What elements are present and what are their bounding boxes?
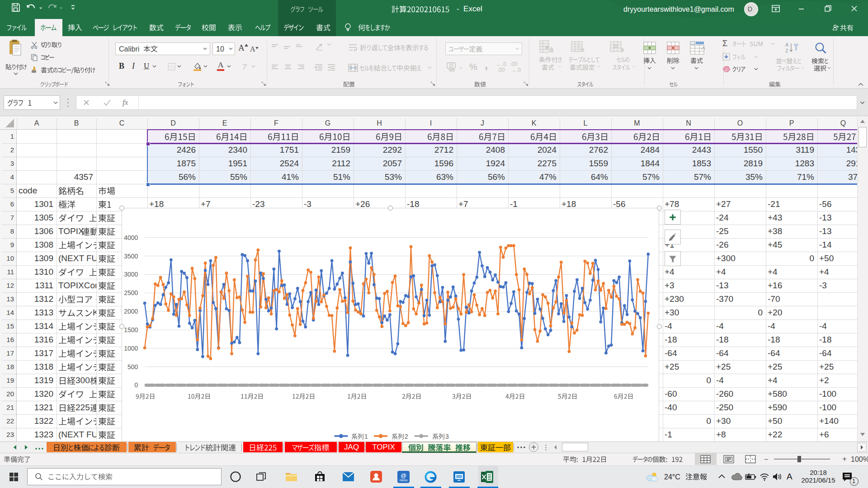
svg-text:0: 0	[134, 381, 138, 389]
svg-text:2000: 2000	[124, 308, 138, 315]
svg-text:500: 500	[127, 363, 138, 371]
svg-text:3500: 3500	[124, 253, 138, 260]
svg-text:≠: ≠	[545, 44, 548, 51]
svg-text:3000: 3000	[124, 271, 138, 278]
svg-text:A: A	[785, 42, 789, 47]
svg-text:menu: menu	[400, 479, 408, 482]
svg-text:Z: Z	[785, 48, 788, 53]
svg-text:1000: 1000	[124, 345, 138, 352]
svg-text:2500: 2500	[124, 289, 138, 296]
svg-text:4000: 4000	[124, 234, 138, 241]
svg-text:1500: 1500	[124, 326, 138, 333]
svg-text:@: @	[401, 472, 406, 479]
